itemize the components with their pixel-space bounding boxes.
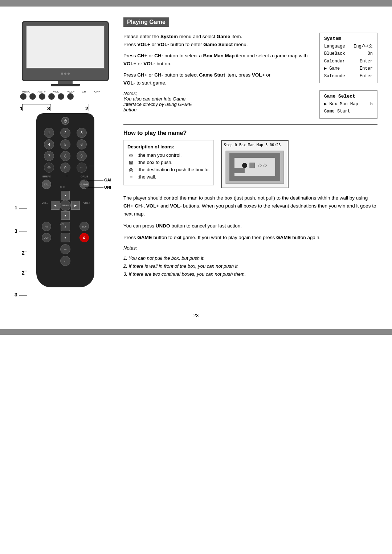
svg-text:UNDO: UNDO	[104, 185, 111, 189]
remote-number-grid: 1 2 3 4 5 6 7 8 9 ⊕ 0 ↵	[42, 128, 89, 173]
svg-text:GAME: GAME	[104, 178, 111, 182]
dest-text: :the destination to push the box to.	[138, 167, 210, 172]
game-select-box-man-map: ▶ Box Man Map5	[324, 100, 373, 108]
body-text-3: Press GAME button to exit game. If you w…	[123, 234, 377, 242]
box-man-map: Box Man Map	[203, 53, 235, 58]
box-icon: ⊠	[127, 160, 135, 165]
vol-plus2: VOL+	[123, 61, 136, 66]
para3: Press CH+ or CH- button to select Game S…	[123, 71, 312, 87]
icon-man: ⊗ :the man you control.	[127, 152, 210, 158]
icons-desc-title: Description of icons:	[127, 144, 210, 149]
svg-rect-28	[270, 153, 275, 158]
game-display-title: Step 0 Box Man Map 5 00:26	[224, 143, 286, 147]
vol-plus3: VOL+	[252, 72, 265, 78]
menu-row-calendar: CalendarEnter	[324, 58, 373, 65]
section-title: Playing Game	[123, 17, 169, 27]
vol-minus: VOL-	[157, 42, 169, 47]
tv-illustration	[22, 21, 109, 86]
game-btn-label: GAME	[137, 235, 152, 240]
vol-plus: VOL+	[137, 42, 150, 47]
svg-rect-27	[265, 153, 270, 158]
svg-rect-21	[234, 153, 240, 158]
svg-rect-36	[275, 168, 280, 173]
game-btn-label2: GAME	[276, 235, 291, 240]
svg-rect-40	[240, 176, 245, 181]
game-start: Game Start	[199, 72, 225, 78]
ch-minus1: CH-	[154, 53, 163, 58]
svg-rect-46	[270, 176, 275, 181]
icon-wall: ≡ :the wall.	[127, 174, 210, 180]
svg-rect-52	[234, 168, 240, 173]
svg-rect-49	[250, 163, 255, 168]
control-labels: MENUAV/TVVOL-VOL+CH-CH+	[22, 90, 116, 93]
svg-rect-30	[229, 158, 234, 163]
icon-dest: ◎ :the destination to push the box to.	[127, 167, 210, 173]
svg-rect-25	[255, 153, 260, 158]
icons-description: Description of icons: ⊗ :the man you con…	[123, 140, 214, 185]
menu-row-blueback: BlueBackOn	[324, 50, 373, 57]
body-text-1: The player should control the man to pus…	[123, 194, 377, 218]
svg-text:3: 3	[15, 228, 17, 234]
game-select-label: Game Select	[203, 42, 233, 47]
section-divider	[123, 124, 377, 125]
box-text: :the box to push.	[138, 160, 172, 165]
vol-minus2: VOL-	[143, 61, 155, 66]
game-select-box: Game Select ▶ Box Man Map5 Game Start	[319, 90, 377, 119]
svg-rect-39	[234, 176, 240, 181]
svg-rect-20	[229, 153, 234, 158]
how-to-play-title: How to play the name?	[123, 130, 377, 136]
svg-rect-53	[240, 168, 245, 173]
bottom-bar	[0, 329, 392, 335]
system-menu-box: System LanguageEng/中文 BlueBackOn Calenda…	[319, 33, 377, 119]
game-display: Step 0 Box Man Map 5 00:26	[221, 140, 289, 188]
dest-icon: ◎	[127, 167, 135, 173]
svg-rect-32	[229, 168, 234, 173]
system-menu-title: System	[324, 36, 373, 41]
page-number: 23	[0, 313, 392, 318]
left-panel: MENUAV/TVVOL-VOL+CH-CH+ 1 3 2	[15, 17, 116, 287]
menu-row-game: ▶ GameEnter	[324, 65, 373, 72]
game-select-title: Game Select	[324, 94, 373, 99]
svg-rect-22	[240, 153, 245, 158]
svg-point-48	[242, 163, 247, 168]
svg-text:3: 3	[15, 292, 17, 297]
svg-rect-34	[275, 158, 280, 163]
ch-plus1: CH+	[137, 53, 147, 58]
para1: Please enter the System menu and select …	[123, 33, 312, 48]
remote-label-1: 1 3 2 2 3	[13, 204, 31, 307]
svg-rect-41	[245, 176, 250, 181]
svg-rect-38	[229, 176, 234, 181]
menu-row-safemode: SafemodeEnter	[324, 73, 373, 80]
right-panel: Playing Game Please enter the System men…	[116, 17, 377, 287]
remote-nav-cross: ▲ ▼ ◀ ▶ MENU VOL- VOL+ CH+ CH-	[51, 191, 80, 220]
svg-rect-26	[260, 153, 265, 158]
game-select-game-start: Game Start	[324, 108, 373, 115]
ch-minus2: CH-	[154, 72, 163, 78]
notes1: Notes; You also can enter into Game inte…	[123, 91, 312, 112]
svg-rect-43	[255, 176, 260, 181]
notes2-items: 1. You can not pull the box, but push it…	[123, 254, 377, 278]
man-text: :the man you control.	[138, 152, 181, 158]
remote-illustration: ⏻ 1 2 3 4 5 6 7 8 9 ⊕ 0 ↵	[22, 113, 109, 287]
icon-box: ⊠ :the box to push.	[127, 160, 210, 165]
para1-bold2: Game	[217, 34, 230, 39]
playing-game-section: Please enter the System menu and select …	[123, 33, 377, 119]
vol-minus-body: VOL-	[170, 203, 181, 209]
tv-number-labels: 1 3 2	[18, 100, 116, 111]
top-bar	[0, 0, 392, 7]
svg-rect-45	[265, 176, 270, 181]
svg-rect-35	[275, 163, 280, 168]
undo-label: UNDO	[156, 223, 170, 229]
notes2-section: Notes: 1. You can not pull the box, but …	[123, 245, 377, 278]
svg-text:1: 1	[15, 205, 17, 210]
para2: Press CH+ or CH- button to select a Box …	[123, 52, 312, 67]
menu-row-language: LanguageEng/中文	[324, 43, 373, 50]
wall-text: :the wall.	[138, 174, 156, 180]
svg-rect-47	[275, 176, 280, 181]
control-buttons-row	[20, 93, 116, 100]
notes2-label: Notes:	[123, 245, 377, 251]
vol-minus3: VOL-	[123, 80, 135, 86]
how-to-play-section: Description of icons: ⊗ :the man you con…	[123, 140, 377, 188]
ch-plus-minus: CH+ CH-, VOL+	[123, 203, 159, 209]
para1-bold: System	[160, 34, 178, 39]
